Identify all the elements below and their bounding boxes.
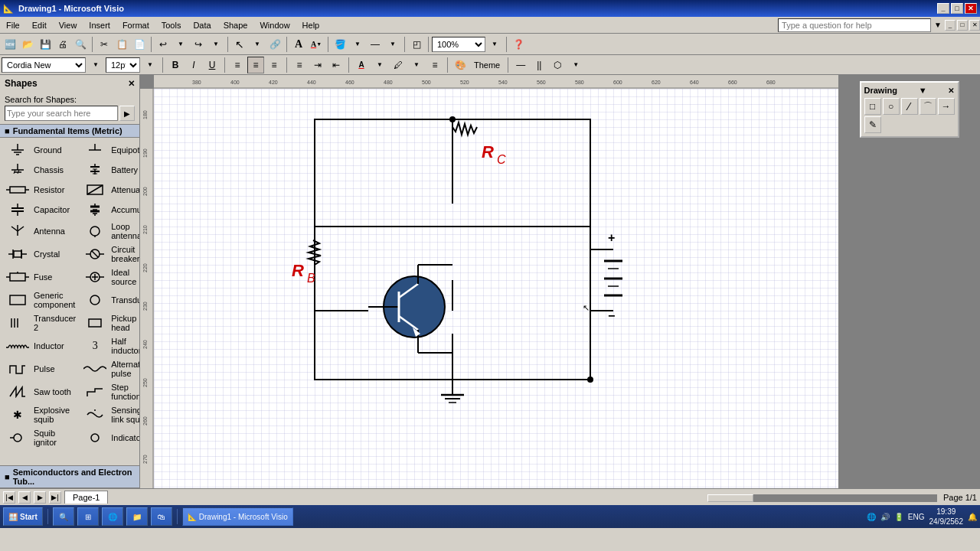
vis-close-btn[interactable]: ✕ (969, 20, 980, 31)
outdent-btn[interactable]: ⇤ (328, 57, 345, 73)
print-preview-btn[interactable]: 🔍 (72, 36, 89, 53)
shape-battery[interactable]: Battery (80, 161, 139, 179)
restore-button[interactable]: □ (951, 3, 963, 14)
shape-step[interactable]: Step function (80, 381, 139, 403)
menu-data[interactable]: Data (187, 19, 217, 31)
shape-explosive[interactable]: ✱ Explosive squib (3, 404, 79, 425)
align-center-btn[interactable]: ≡ (247, 57, 264, 73)
shapes-category-fundamental[interactable]: ■ Fundamental Items (Metric) (0, 124, 139, 138)
connector-btn[interactable]: 🔗 (266, 36, 283, 53)
draw-line-btn[interactable]: ∕ (901, 98, 918, 115)
volume-icon[interactable]: 🔊 (880, 513, 890, 521)
taskbar-edge-btn[interactable]: 🌐 (102, 507, 123, 526)
shapes-search-btn[interactable]: ▶ (119, 106, 135, 121)
shape-equipote[interactable]: Equipote... (80, 141, 139, 159)
font-color-arrow[interactable]: ▼ (371, 57, 388, 73)
theme-label[interactable]: Theme (470, 57, 504, 73)
copy-btn[interactable]: 📋 (113, 36, 130, 53)
shape-accumul[interactable]: Accumul... (80, 201, 139, 219)
shape-fuse[interactable]: Fuse (3, 266, 79, 288)
shape-half-inductor[interactable]: 3 Half inductor (80, 335, 139, 357)
menu-format[interactable]: Format (116, 19, 155, 31)
taskbar-search-btn[interactable]: 🔍 (53, 507, 74, 526)
highlight-btn[interactable]: 🖊 (390, 57, 407, 73)
menu-help[interactable]: Help (296, 19, 326, 31)
font-select[interactable]: Cordia New (2, 57, 86, 73)
menu-file[interactable]: File (0, 19, 26, 31)
shape-squib[interactable]: Squib ignitor (3, 427, 79, 448)
draw-arrow-btn[interactable]: → (938, 98, 955, 115)
shape-generic[interactable]: Generic component (3, 289, 79, 311)
battery-tray-icon[interactable]: 🔋 (894, 513, 903, 521)
shape-pickup[interactable]: Pickup head (80, 312, 139, 334)
page-last-btn[interactable]: ▶| (49, 491, 61, 504)
shape-transducer[interactable]: Transducer (80, 289, 139, 311)
font-color-a-btn[interactable]: A (353, 57, 370, 73)
shape-attenuator[interactable]: Attenuator (80, 181, 139, 199)
menu-tools[interactable]: Tools (155, 19, 188, 31)
taskbar-store-btn[interactable]: 🛍 (151, 507, 172, 526)
canvas-background[interactable]: R C R B (154, 89, 838, 488)
highlight-arrow[interactable]: ▼ (408, 57, 425, 73)
taskbar-visio-btn[interactable]: 📐 Drawing1 - Microsoft Visio (182, 507, 293, 526)
shape-resistor[interactable]: Resistor (3, 181, 79, 199)
save-btn[interactable]: 💾 (37, 36, 54, 53)
taskbar-taskview-btn[interactable]: ⊞ (77, 507, 99, 526)
start-button[interactable]: 🪟 Start (3, 507, 43, 526)
menu-insert[interactable]: Insert (83, 19, 116, 31)
new-btn[interactable]: 🆕 (2, 36, 18, 53)
shape-chassis[interactable]: Chassis (3, 161, 79, 179)
draw-pencil-btn[interactable]: ✎ (864, 116, 881, 133)
linefmt-btn[interactable]: — (512, 57, 529, 73)
paste-btn[interactable]: 📄 (131, 36, 148, 53)
notification-icon[interactable]: 🔔 (968, 513, 977, 521)
shape-circuit-breaker[interactable]: Circuit breaker (80, 243, 139, 265)
shape-capacitor[interactable]: Capacitor (3, 201, 79, 219)
menu-view[interactable]: View (53, 19, 83, 31)
vis-max-btn[interactable]: □ (957, 20, 968, 31)
minimize-button[interactable]: _ (937, 3, 949, 14)
pointer-btn[interactable]: ↖ (231, 36, 248, 53)
font-size-arrow[interactable]: ▼ (87, 57, 104, 73)
undo-arrow[interactable]: ▼ (172, 36, 189, 53)
print-btn[interactable]: 🖨 (54, 36, 71, 53)
linefmt2-btn[interactable]: || (531, 57, 547, 73)
vis-min-btn[interactable]: _ (945, 20, 956, 31)
shape-ideal-source[interactable]: Ideal source (80, 266, 139, 288)
shape-pulse[interactable]: Pulse (3, 358, 79, 380)
indent-btn[interactable]: ⇥ (309, 57, 326, 73)
drawing-panel-close[interactable]: ✕ (948, 86, 954, 95)
redo-arrow[interactable]: ▼ (207, 36, 224, 53)
align-left-btn[interactable]: ≡ (229, 57, 246, 73)
shape-inductor[interactable]: Inductor (3, 335, 79, 357)
open-btn[interactable]: 📂 (19, 36, 36, 53)
menu-edit[interactable]: Edit (26, 19, 53, 31)
help-arrow[interactable]: ▼ (934, 21, 942, 29)
taskbar-explorer-btn[interactable]: 📁 (126, 507, 148, 526)
shape-loop-antenna[interactable]: Loop antenna (80, 220, 139, 242)
linefmt4-btn[interactable]: ▼ (567, 57, 584, 73)
system-clock[interactable]: 19:39 24/9/2562 (929, 507, 964, 527)
page-tab-1[interactable]: Page-1 (64, 491, 108, 504)
align-right-btn[interactable]: ≡ (266, 57, 283, 73)
scroll-thumb[interactable] (707, 494, 753, 502)
redo-btn[interactable]: ↪ (190, 36, 207, 53)
linespacing-btn[interactable]: ≡ (426, 57, 443, 73)
lang-indicator[interactable]: ENG (908, 513, 925, 521)
line-btn[interactable]: — (367, 36, 384, 53)
line-arrow[interactable]: ▼ (384, 36, 401, 53)
zoom-arrow[interactable]: ▼ (486, 36, 503, 53)
text-color-arrow[interactable]: ▼ (316, 41, 322, 47)
theme-btn[interactable]: 🎨 (452, 57, 469, 73)
shape-transducer2[interactable]: Transducer 2 (3, 312, 79, 334)
shape-ground[interactable]: Ground (3, 141, 79, 159)
text-btn[interactable]: A (290, 36, 307, 53)
zoom-select[interactable]: 100% 75% 150% (432, 37, 485, 52)
linefmt3-btn[interactable]: ⬡ (549, 57, 566, 73)
network-icon[interactable]: 🌐 (867, 513, 876, 521)
page-first-btn[interactable]: |◀ (3, 491, 15, 504)
help-box[interactable] (778, 18, 931, 32)
bold-btn[interactable]: B (167, 57, 184, 73)
list-btn[interactable]: ≡ (291, 57, 308, 73)
fill-arrow[interactable]: ▼ (349, 36, 366, 53)
